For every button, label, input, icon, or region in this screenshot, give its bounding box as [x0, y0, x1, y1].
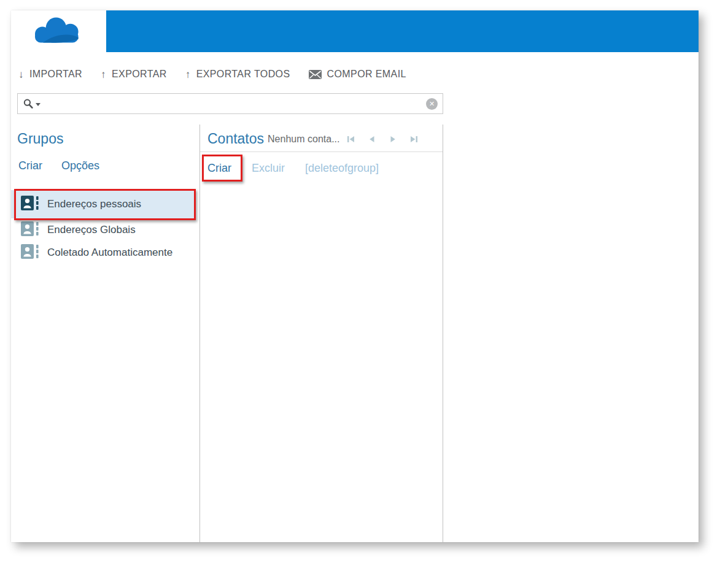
- groups-actions: Criar Opções: [18, 159, 99, 172]
- main-toolbar: ↓ IMPORTAR ↑ EXPORTAR ↑ EXPORTAR TODOS C…: [18, 63, 406, 85]
- caret-down-icon: [36, 103, 41, 106]
- export-all-label: EXPORTAR TODOS: [196, 69, 290, 80]
- last-page-icon[interactable]: [409, 135, 418, 144]
- next-page-icon[interactable]: [389, 135, 397, 144]
- search-icon: [23, 98, 34, 109]
- contact-card-icon: [21, 221, 39, 239]
- search-input[interactable]: [44, 94, 426, 113]
- compose-email-button[interactable]: COMPOR EMAIL: [309, 69, 406, 80]
- group-item-label: Endereços pessoais: [47, 198, 141, 210]
- panel-divider: [199, 125, 200, 542]
- contact-card-icon: [21, 196, 39, 213]
- delete-contact-link[interactable]: Excluir: [252, 162, 285, 175]
- group-item-label: Endereços Globais: [47, 224, 136, 236]
- import-label: IMPORTAR: [29, 69, 82, 80]
- group-item-label: Coletado Automaticamente: [47, 247, 172, 259]
- first-page-icon[interactable]: [347, 135, 355, 144]
- contacts-panel-title: Contatos: [207, 131, 264, 147]
- clear-search-icon[interactable]: ✕: [426, 98, 438, 110]
- compose-email-label: COMPOR EMAIL: [327, 69, 406, 80]
- group-item-global-addresses[interactable]: Endereços Globais: [11, 218, 195, 241]
- pagination: [347, 135, 418, 144]
- upload-arrow-icon: ↑: [101, 69, 106, 80]
- search-bar: ✕: [17, 93, 443, 114]
- search-options-dropdown[interactable]: [23, 98, 41, 109]
- group-options-link[interactable]: Opções: [61, 159, 99, 172]
- delete-of-group-link[interactable]: [deleteofgroup]: [305, 162, 379, 175]
- group-list: Endereços pessoais Endereços Globais: [11, 190, 195, 264]
- envelope-icon: [309, 70, 322, 79]
- header-bar: [106, 10, 699, 52]
- contacts-count-status: Nenhum conta...: [268, 134, 339, 145]
- groups-panel-title: Grupos: [17, 131, 63, 147]
- upload-arrow-icon: ↑: [185, 69, 191, 80]
- export-label: EXPORTAR: [112, 69, 167, 80]
- export-button[interactable]: ↑ EXPORTAR: [101, 69, 167, 80]
- panel-divider: [443, 125, 443, 542]
- group-item-auto-collected[interactable]: Coletado Automaticamente: [11, 241, 195, 264]
- export-all-button[interactable]: ↑ EXPORTAR TODOS: [185, 69, 290, 80]
- contacts-header-divider: [200, 151, 443, 152]
- create-group-link[interactable]: Criar: [18, 159, 42, 172]
- brand-tab[interactable]: [11, 10, 106, 52]
- contact-card-icon: [21, 244, 39, 261]
- create-contact-link[interactable]: Criar: [207, 162, 231, 175]
- previous-page-icon[interactable]: [368, 135, 376, 144]
- group-item-personal-addresses[interactable]: Endereços pessoais: [11, 190, 195, 218]
- contacts-header: Contatos Nenhum conta...: [207, 131, 443, 147]
- download-arrow-icon: ↓: [18, 69, 24, 80]
- cloud-logo-icon: [29, 14, 88, 48]
- app-window: ↓ IMPORTAR ↑ EXPORTAR ↑ EXPORTAR TODOS C…: [11, 10, 699, 542]
- contacts-actions: Criar Excluir [deleteofgroup]: [207, 162, 379, 175]
- import-button[interactable]: ↓ IMPORTAR: [18, 69, 82, 80]
